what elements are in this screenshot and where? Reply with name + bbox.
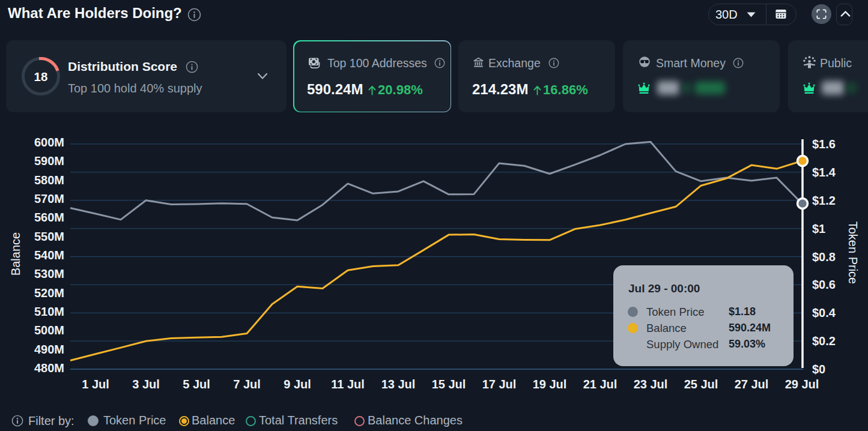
svg-text:580M: 580M	[34, 173, 64, 187]
svg-text:23 Jul: 23 Jul	[634, 378, 668, 391]
svg-text:590M: 590M	[34, 154, 64, 167]
svg-text:$0.2: $0.2	[812, 334, 836, 348]
svg-text:Balance: Balance	[9, 232, 22, 276]
svg-text:$0.6: $0.6	[812, 278, 836, 291]
svg-text:11 Jul: 11 Jul	[331, 378, 365, 391]
svg-text:29 Jul: 29 Jul	[785, 378, 819, 391]
svg-text:540M: 540M	[34, 249, 64, 262]
svg-text:$0.8: $0.8	[812, 250, 836, 264]
svg-text:600M: 600M	[34, 136, 64, 149]
svg-text:550M: 550M	[34, 230, 64, 243]
svg-text:13 Jul: 13 Jul	[381, 378, 416, 391]
svg-text:3 Jul: 3 Jul	[132, 378, 160, 391]
svg-text:19 Jul: 19 Jul	[533, 378, 567, 391]
svg-text:530M: 530M	[34, 267, 64, 280]
svg-text:$1.4: $1.4	[812, 166, 836, 179]
svg-text:480M: 480M	[34, 361, 64, 375]
svg-text:15 Jul: 15 Jul	[432, 378, 466, 391]
svg-text:25 Jul: 25 Jul	[684, 378, 718, 391]
svg-text:5 Jul: 5 Jul	[183, 378, 210, 391]
svg-text:560M: 560M	[34, 211, 64, 224]
svg-text:$1.2: $1.2	[812, 194, 836, 207]
svg-text:$0: $0	[812, 363, 825, 376]
svg-text:$0.4: $0.4	[812, 306, 836, 319]
svg-text:570M: 570M	[34, 192, 64, 205]
svg-text:520M: 520M	[34, 286, 64, 300]
svg-text:Token Price: Token Price	[846, 222, 860, 285]
svg-text:$1: $1	[812, 222, 825, 235]
svg-text:$1.6: $1.6	[812, 137, 836, 151]
svg-text:500M: 500M	[34, 324, 64, 337]
svg-text:490M: 490M	[34, 343, 64, 356]
svg-text:510M: 510M	[34, 305, 64, 318]
svg-text:7 Jul: 7 Jul	[233, 378, 261, 391]
svg-text:21 Jul: 21 Jul	[583, 378, 618, 391]
svg-text:17 Jul: 17 Jul	[482, 378, 517, 391]
svg-text:27 Jul: 27 Jul	[735, 378, 769, 391]
svg-text:9 Jul: 9 Jul	[284, 378, 311, 391]
svg-text:1 Jul: 1 Jul	[82, 378, 109, 391]
